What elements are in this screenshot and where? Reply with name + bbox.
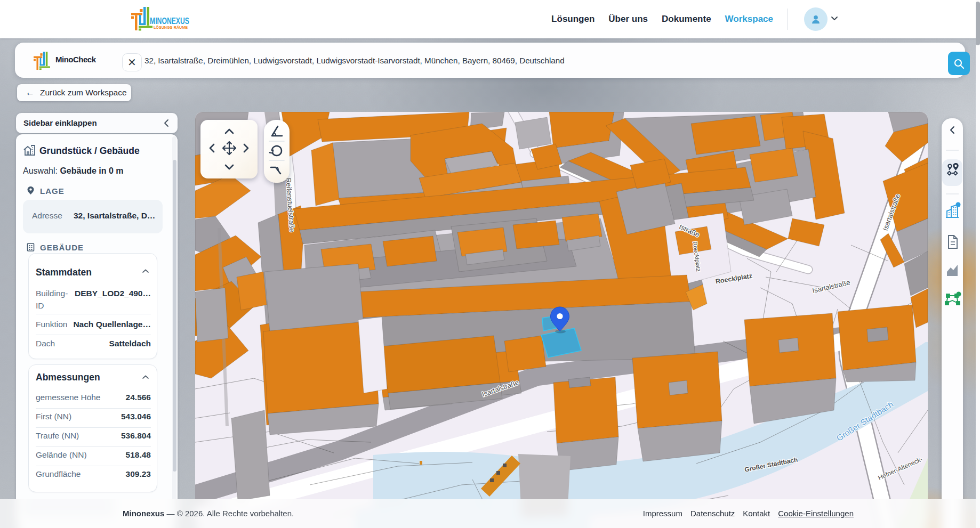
svg-text:MINONEXUS: MINONEXUS <box>150 16 189 26</box>
svg-text:LÖSUNGS-RÄUME: LÖSUNGS-RÄUME <box>154 25 188 30</box>
